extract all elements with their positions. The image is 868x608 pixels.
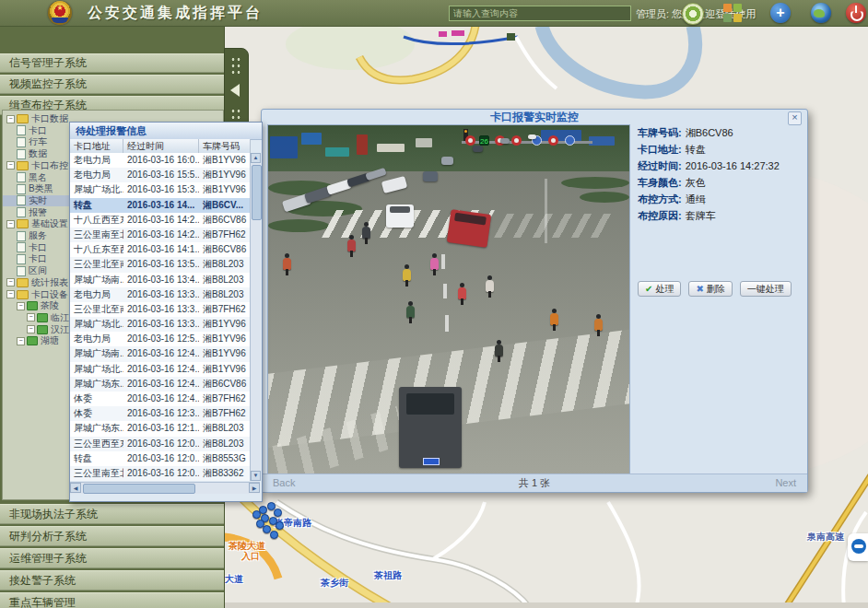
table-row[interactable]: 犀城广场北...2016-03-16 15:3...湘B1YV96 [70, 182, 251, 197]
table-row[interactable]: 老电力局2016-03-16 12:5...湘B1YV96 [70, 332, 251, 346]
table-row[interactable]: 犀城广场东...2016-03-16 12:4...湘B6CV86 [70, 377, 251, 392]
expander-icon[interactable]: − [17, 337, 25, 345]
close-icon[interactable]: × [788, 111, 802, 125]
map-marker-icon[interactable] [256, 520, 264, 528]
table-row[interactable]: 三公里北至南2016-03-16 13:3...湘B7FH62 [70, 302, 251, 317]
table-row[interactable]: 老电力局2016-03-16 13:3...湘B8L203 [70, 287, 251, 302]
map-road-label: 泉南高速 [807, 531, 844, 544]
cell: 转盘 [70, 451, 123, 466]
table-row[interactable]: 十八丘西至东2016-03-16 14:2...湘B6CV86 [70, 213, 251, 228]
page-icon [17, 172, 26, 182]
page-icon [17, 125, 26, 135]
shop-sign [377, 144, 405, 152]
cell: 体委 [70, 406, 123, 421]
expander-icon[interactable]: − [27, 325, 35, 333]
cell: 湘B8L203 [199, 287, 251, 302]
map-marker-icon[interactable] [276, 521, 284, 530]
map-marker-icon[interactable] [274, 509, 282, 517]
search-input[interactable] [449, 6, 631, 21]
horizontal-scrollbar[interactable]: ◀ ▶ [70, 482, 260, 494]
table-row[interactable]: 体委2016-03-16 12:3...湘B7FH62 [70, 406, 251, 421]
table-row[interactable]: 犀城广场东...2016-03-16 12:1...湘B8L203 [70, 421, 251, 436]
vertical-scrollbar[interactable]: ▲ ▼ [250, 153, 261, 481]
vehicle [399, 387, 462, 468]
table-row[interactable]: 犀城广场南...2016-03-16 12:4...湘B1YV96 [70, 346, 251, 361]
sidebar-bottom-item-0[interactable]: 非现场执法子系统 [0, 504, 224, 524]
cell: 湘B8L203 [199, 273, 251, 287]
expander-icon[interactable]: − [6, 115, 15, 123]
sidebar-bottom-item-2[interactable]: 运维管理子系统 [0, 548, 224, 568]
table-row[interactable]: 转盘2016-03-16 14...湘B6CV... [70, 198, 251, 213]
table-row[interactable]: 犀城广场北...2016-03-16 13:3...湘B1YV96 [70, 317, 251, 332]
table-row[interactable]: 老电力局2016-03-16 16:0...湘B1YV96 [70, 153, 251, 168]
remote-assist-icon[interactable] [848, 533, 868, 561]
detail-line: 布控方式:通缉 [638, 194, 803, 205]
expander-icon[interactable]: − [6, 161, 15, 170]
cell: 湘B8L203 [199, 437, 251, 451]
grip-dots-icon [230, 56, 241, 75]
expander-icon[interactable]: − [27, 313, 35, 322]
expander-icon[interactable]: − [6, 290, 15, 298]
batch-process-button[interactable]: 一键处理 [740, 281, 792, 297]
eco-icon[interactable] [682, 3, 704, 25]
sidebar-bottom-item-1[interactable]: 研判分析子系统 [0, 526, 224, 546]
map-marker-icon[interactable] [252, 510, 261, 519]
globe-icon[interactable] [811, 3, 831, 23]
alerts-panel-title: 待处理报警信息 [70, 123, 262, 140]
rider [283, 258, 291, 270]
table-row[interactable]: 三公里北至南2016-03-16 13:5...湘B8L203 [70, 257, 251, 272]
rider [347, 240, 356, 251]
table-row[interactable]: 三公里南至北2016-03-16 14:2...湘B7FH62 [70, 228, 251, 242]
cell: 2016-03-16 13:3... [123, 317, 199, 332]
cell: 2016-03-16 14:1... [123, 242, 199, 257]
scroll-up-icon[interactable]: ▲ [251, 153, 261, 163]
cell: 湘B6CV86 [199, 242, 251, 257]
cell: 2016-03-16 15:5... [123, 168, 199, 182]
rider [430, 258, 439, 270]
cell: 犀城广场北... [70, 317, 123, 332]
expander-icon[interactable]: − [6, 220, 15, 228]
expander-icon[interactable]: − [6, 278, 15, 286]
checkpoint-alert-monitor-dialog: 卡口报警实时监控 × 26 车牌号码:湘B6CV86卡口地址:转盘经过时间:20… [261, 109, 808, 493]
cell: 2016-03-16 12:0... [123, 466, 199, 481]
sidebar-item-0[interactable]: 信号管理子系统 [0, 53, 224, 73]
expander-icon[interactable]: − [17, 302, 25, 310]
table-row[interactable]: 犀城广场南...2016-03-16 13:4...湘B8L203 [70, 273, 251, 287]
apps-grid-icon[interactable] [722, 3, 743, 23]
cell: 十八丘东至西 [70, 242, 123, 257]
vscroll-thumb[interactable] [252, 165, 262, 220]
cell: 湘B7FH62 [199, 406, 251, 421]
cell: 2016-03-16 16:0... [123, 153, 199, 168]
cell: 湘B1YV96 [199, 153, 251, 168]
cell: 老电力局 [70, 168, 123, 182]
scroll-right-icon[interactable]: ▶ [249, 483, 260, 493]
table-row[interactable]: 犀城广场北...2016-03-16 12:4...湘B1YV96 [70, 362, 251, 377]
process-button[interactable]: ✔ 处理 [638, 281, 681, 297]
table-row[interactable]: 转盘2016-03-16 12:0...湘B8553G [70, 451, 251, 466]
rider [486, 280, 494, 292]
photo-pager: Back 共 1 张 Next [262, 474, 807, 492]
cell: 犀城广场南... [70, 273, 123, 287]
table-row[interactable]: 三公里南至北2016-03-16 12:0...湘B83362 [70, 466, 251, 481]
add-icon[interactable]: + [770, 3, 791, 23]
hedge [561, 177, 629, 189]
cell: 湘B8L203 [199, 257, 251, 272]
scroll-left-icon[interactable]: ◀ [70, 483, 81, 493]
pager-next-button[interactable]: Next [775, 474, 796, 492]
power-logout-icon[interactable] [846, 3, 866, 23]
detail-line: 车身颜色:灰色 [638, 178, 803, 188]
sidebar-item-1[interactable]: 视频监控子系统 [0, 75, 224, 94]
sidebar-bottom-item-4[interactable]: 重点车辆管理 [0, 592, 224, 608]
table-row[interactable]: 十八丘东至西2016-03-16 14:1...湘B6CV86 [70, 242, 251, 257]
delete-button[interactable]: ✖ 删除 [688, 281, 732, 297]
table-row[interactable]: 体委2016-03-16 12:4...湘B7FH62 [70, 392, 251, 406]
map-marker-icon[interactable] [270, 531, 278, 539]
table-row[interactable]: 老电力局2016-03-16 15:5...湘B1YV96 [70, 168, 251, 182]
hscroll-thumb[interactable] [83, 484, 195, 494]
cell: 2016-03-16 14:2... [123, 228, 199, 242]
sidebar-bottom-item-3[interactable]: 接处警子系统 [0, 570, 224, 590]
scroll-down-icon[interactable]: ▼ [251, 471, 261, 481]
table-row[interactable]: 三公里西至东2016-03-16 12:0...湘B8L203 [70, 437, 251, 451]
cell: 湘B83362 [199, 466, 251, 481]
vehicle [447, 209, 492, 248]
